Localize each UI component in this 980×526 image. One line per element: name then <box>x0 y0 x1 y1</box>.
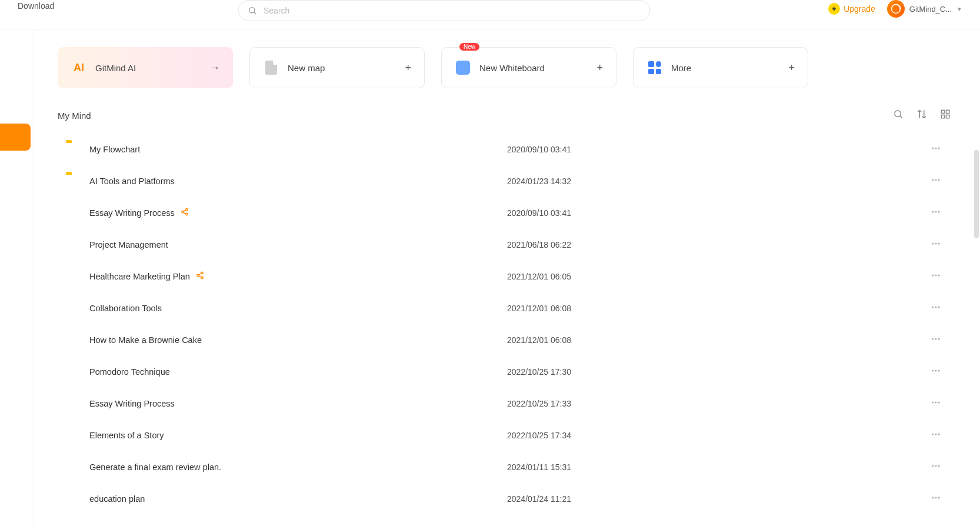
mindmap-file-icon <box>66 206 80 220</box>
search-input[interactable] <box>238 0 650 21</box>
arrow-right-icon: → <box>209 62 220 74</box>
file-row[interactable]: Pomodoro Technique2022/10/25 17:30 <box>58 356 951 388</box>
more-options-icon[interactable] <box>927 362 945 382</box>
svg-point-21 <box>935 211 937 213</box>
file-row-inner: My Flowchart2020/09/10 03:41 <box>66 139 945 159</box>
svg-point-43 <box>932 402 934 404</box>
file-row[interactable]: Generate a final exam review plan.2024/0… <box>58 451 951 483</box>
more-options-icon[interactable] <box>927 298 945 318</box>
file-row[interactable]: Healthcare Marketing Plan2021/12/01 06:0… <box>58 261 951 292</box>
svg-point-15 <box>186 208 188 211</box>
svg-point-9 <box>932 148 934 149</box>
whiteboard-icon <box>455 59 471 76</box>
svg-point-16 <box>182 211 184 213</box>
svg-point-26 <box>201 272 204 274</box>
more-options-icon[interactable] <box>927 267 945 287</box>
file-row-inner: Project Management2021/06/18 06:22 <box>66 235 945 255</box>
mindmap-file-icon <box>66 333 80 347</box>
file-date: 2024/01/11 15:31 <box>507 462 571 472</box>
action-more[interactable]: More + <box>633 47 808 88</box>
file-name: Pomodoro Technique <box>89 367 170 377</box>
svg-point-37 <box>932 338 934 340</box>
file-date: 2020/09/10 03:41 <box>507 145 571 154</box>
sort-icon[interactable] <box>916 109 927 122</box>
file-name: Collaboration Tools <box>89 304 162 313</box>
file-date: 2022/10/25 17:33 <box>507 399 571 408</box>
avatar <box>887 0 905 18</box>
svg-point-49 <box>932 465 934 467</box>
file-row[interactable]: Org chart2024/01/30 19:12 <box>58 515 951 526</box>
svg-point-28 <box>201 277 204 279</box>
file-date: 2024/01/23 14:32 <box>507 177 571 186</box>
more-options-icon[interactable] <box>927 330 945 350</box>
file-row[interactable]: How to Make a Brownie Cake2021/12/01 06:… <box>58 324 951 356</box>
more-options-icon[interactable] <box>927 425 945 445</box>
svg-point-24 <box>935 243 937 245</box>
file-name: Essay Writing Process <box>89 399 175 408</box>
svg-point-31 <box>932 275 934 277</box>
mindmap-file-icon <box>66 301 80 315</box>
svg-point-44 <box>935 402 937 404</box>
user-profile-menu[interactable]: GitMind_C... ▼ <box>887 0 962 18</box>
file-row-inner: Pomodoro Technique2022/10/25 17:30 <box>66 362 945 382</box>
svg-line-30 <box>199 276 201 277</box>
view-toggle-icon[interactable] <box>940 109 951 122</box>
search-icon[interactable] <box>893 109 904 122</box>
svg-rect-5 <box>941 110 944 113</box>
svg-point-52 <box>932 497 934 499</box>
more-options-icon[interactable] <box>927 489 945 509</box>
plus-icon: + <box>405 62 411 74</box>
upgrade-label: Upgrade <box>844 4 875 14</box>
file-date: 2024/01/24 11:21 <box>507 494 571 504</box>
file-name: Project Management <box>89 240 168 249</box>
download-link[interactable]: Download <box>18 1 54 11</box>
file-row[interactable]: Project Management2021/06/18 06:22 <box>58 229 951 261</box>
more-grid-icon <box>646 59 663 76</box>
action-label: GitMind AI <box>95 63 209 73</box>
mindmap-file-icon <box>66 460 80 474</box>
action-new-whiteboard[interactable]: New New Whiteboard + <box>441 47 616 88</box>
file-row[interactable]: Essay Writing Process2022/10/25 17:33 <box>58 388 951 420</box>
plus-icon: + <box>788 62 795 74</box>
svg-point-23 <box>932 243 934 245</box>
plus-icon: + <box>596 62 603 74</box>
file-name: Essay Writing Process <box>89 208 175 218</box>
more-options-icon[interactable] <box>927 235 945 255</box>
more-options-icon[interactable] <box>927 139 945 159</box>
file-row[interactable]: AI Tools and Platforms2024/01/23 14:32 <box>58 165 951 197</box>
svg-point-41 <box>935 370 937 372</box>
file-row[interactable]: Collaboration Tools2021/12/01 06:08 <box>58 292 951 324</box>
file-name: AI Tools and Platforms <box>89 177 175 186</box>
svg-point-50 <box>935 465 937 467</box>
file-row[interactable]: Elements of a Story2022/10/25 17:34 <box>58 420 951 451</box>
mindmap-file-icon <box>66 524 80 526</box>
file-date: 2021/12/01 06:08 <box>507 304 571 313</box>
file-name: My Flowchart <box>89 145 140 154</box>
header-right: Upgrade GitMind_C... ▼ <box>828 0 962 18</box>
more-options-icon[interactable] <box>927 394 945 414</box>
share-icon <box>196 271 204 282</box>
more-options-icon[interactable] <box>927 171 945 191</box>
sidebar-active-item[interactable] <box>0 124 31 151</box>
action-gitmind-ai[interactable]: AI GitMind AI → <box>58 47 233 88</box>
scrollbar[interactable] <box>974 150 979 238</box>
file-date: 2020/09/10 03:41 <box>507 208 571 218</box>
more-options-icon[interactable] <box>927 457 945 477</box>
svg-point-13 <box>935 179 937 181</box>
file-row[interactable]: My Flowchart2020/09/10 03:41 <box>58 134 951 165</box>
quick-actions-row: AI GitMind AI → New map + New New Whiteb… <box>58 47 951 88</box>
svg-point-11 <box>938 148 940 149</box>
file-row[interactable]: education plan2024/01/24 11:21 <box>58 483 951 515</box>
more-options-icon[interactable] <box>927 203 945 223</box>
action-new-map[interactable]: New map + <box>249 47 425 88</box>
file-row-inner: Generate a final exam review plan.2024/0… <box>66 457 945 477</box>
file-row[interactable]: Essay Writing Process2020/09/10 03:41 <box>58 197 951 229</box>
more-options-icon[interactable] <box>927 521 945 526</box>
file-name: How to Make a Brownie Cake <box>89 335 202 345</box>
mindmap-file-icon <box>66 492 80 506</box>
upgrade-button[interactable]: Upgrade <box>828 3 875 15</box>
svg-point-54 <box>938 497 940 499</box>
action-label: New map <box>288 63 405 73</box>
svg-point-38 <box>935 338 937 340</box>
svg-point-39 <box>938 338 940 340</box>
